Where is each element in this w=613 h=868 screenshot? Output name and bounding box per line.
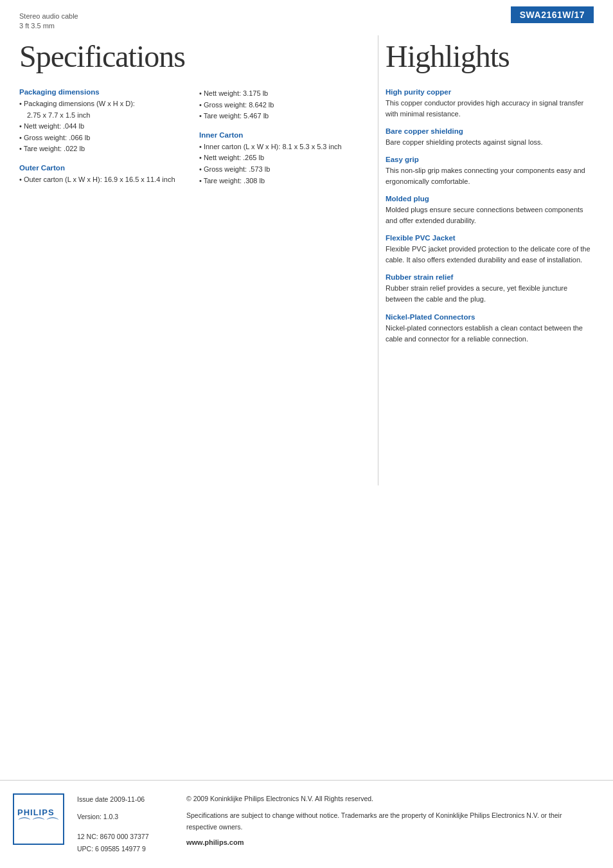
footer-col2: © 2009 Koninklijke Philips Electronics N… [186, 793, 594, 855]
nc-label: 12 NC: 8670 000 37377 [77, 831, 167, 843]
specifications-heading: Specifications [19, 39, 379, 74]
copyright-text: © 2009 Koninklijke Philips Electronics N… [186, 793, 594, 805]
spec-item: Tare weight: .308 lb [199, 176, 379, 187]
spec-item: Gross weight: 8.642 lb [199, 100, 379, 111]
disclaimer-text: Specifications are subject to change wit… [186, 810, 594, 833]
footer-meta: Issue date 2009-11-06 Version: 1.0.3 12 … [77, 793, 594, 855]
spec-item: Nett weight: .265 lb [199, 152, 379, 164]
spec-item: Tare weight: .022 lb [19, 143, 199, 155]
spec-item: Inner carton (L x W x H): 8.1 x 5.3 x 5.… [199, 141, 379, 153]
highlight-title: Easy grip [386, 156, 594, 163]
spec-item: Nett weight: .044 lb [19, 121, 199, 132]
outer-carton-section: Outer Carton Outer carton (L x W x H): 1… [19, 164, 199, 186]
highlight-title: Molded plug [386, 195, 594, 203]
packaging-section: Packaging dimensions Packaging dimension… [19, 88, 199, 155]
issue-date-label: Issue date 2009-11-06 [77, 793, 167, 806]
specs-col-right: Nett weight: 3.175 lb Gross weight: 8.64… [199, 88, 379, 195]
highlight-title: High purity copper [386, 88, 594, 96]
spec-item: Tare weight: 5.467 lb [199, 111, 379, 122]
highlight-rubber-strain-relief: Rubber strain relief Rubber strain relie… [386, 273, 594, 305]
highlight-text: Rubber strain relief provides a secure, … [386, 283, 594, 305]
highlights-heading: Highlights [386, 39, 594, 74]
highlight-text: Bare copper shielding protects against s… [386, 137, 594, 148]
highlight-text: Flexible PVC jacket provided protection … [386, 244, 594, 266]
highlight-text: Molded plugs ensure secure connections b… [386, 204, 594, 226]
page-wrapper: Stereo audio cable 3 ft 3.5 mm SWA2161W/… [0, 0, 613, 868]
highlight-text: This copper conductor provides high accu… [386, 98, 594, 120]
highlight-nickel-plated-connectors: Nickel-Plated Connectors Nickel-plated c… [386, 313, 594, 345]
product-line: Stereo audio cable [19, 12, 78, 21]
inner-carton-title: Inner Carton [199, 131, 379, 139]
spec-item: Outer carton (L x W x H): 16.9 x 16.5 x … [19, 174, 199, 186]
highlight-bare-copper-shielding: Bare copper shielding Bare copper shield… [386, 127, 594, 148]
spec-item: Gross weight: .066 lb [19, 132, 199, 144]
specifications-column: Specifications Packaging dimensions Pack… [19, 39, 379, 195]
header-left: Stereo audio cable 3 ft 3.5 mm [19, 12, 78, 32]
spec-item: Nett weight: 3.175 lb [199, 88, 379, 100]
highlight-title: Rubber strain relief [386, 273, 594, 281]
highlight-flexible-pvc-jacket: Flexible PVC Jacket Flexible PVC jacket … [386, 234, 594, 266]
highlight-title: Flexible PVC Jacket [386, 234, 594, 242]
specs-columns: Packaging dimensions Packaging dimension… [19, 88, 379, 195]
philips-logo-wave: ⌒⌒⌒ [17, 817, 60, 831]
highlight-title: Bare copper shielding [386, 127, 594, 135]
spec-item: Gross weight: .573 lb [199, 164, 379, 176]
highlights-column: Highlights High purity copper This coppe… [386, 39, 594, 352]
version-label: Version: 1.0.3 [77, 811, 167, 823]
product-desc: 3 ft 3.5 mm [19, 21, 78, 31]
footer: PHILIPS ⌒⌒⌒ Issue date 2009-11-06 Versio… [0, 780, 613, 868]
inner-carton-section: Inner Carton Inner carton (L x W x H): 8… [199, 131, 379, 186]
philips-logo: PHILIPS ⌒⌒⌒ [13, 793, 64, 845]
outer-carton-title: Outer Carton [19, 164, 199, 172]
vertical-divider [378, 35, 378, 485]
packaging-title: Packaging dimensions [19, 88, 199, 96]
highlight-high-purity-copper: High purity copper This copper conductor… [386, 88, 594, 120]
highlight-text: This non-slip grip makes connecting your… [386, 165, 594, 187]
highlight-easy-grip: Easy grip This non-slip grip makes conne… [386, 156, 594, 187]
weight-section: Nett weight: 3.175 lb Gross weight: 8.64… [199, 88, 379, 122]
upc-label: UPC: 6 09585 14977 9 [77, 843, 167, 855]
highlight-text: Nickel-plated connectors establish a cle… [386, 323, 594, 345]
highlight-molded-plug: Molded plug Molded plugs ensure secure c… [386, 195, 594, 226]
highlight-title: Nickel-Plated Connectors [386, 313, 594, 321]
spec-item: Packaging dimensions (W x H x D): [19, 98, 199, 110]
product-code-box: SWA2161W/17 [511, 6, 594, 23]
specs-col-left: Packaging dimensions Packaging dimension… [19, 88, 199, 195]
footer-col1: Issue date 2009-11-06 Version: 1.0.3 12 … [77, 793, 167, 855]
spec-item-indent: 2.75 x 7.7 x 1.5 inch [19, 110, 199, 122]
website-link[interactable]: www.philips.com [186, 838, 594, 846]
